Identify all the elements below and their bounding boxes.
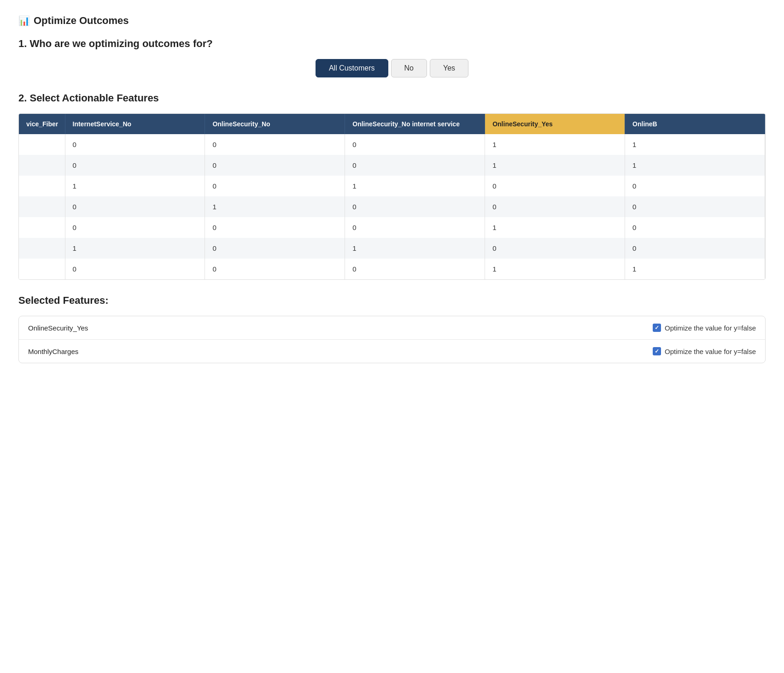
- feature-right-1: Optimize the value for y=false: [653, 347, 756, 355]
- selected-feature-row-1: MonthlyCharges Optimize the value for y=…: [19, 340, 765, 363]
- cell-1-3: 0: [345, 155, 485, 176]
- cell-0-0: [19, 134, 65, 155]
- feature-checkbox-0[interactable]: [653, 324, 661, 332]
- cell-2-5: 0: [625, 176, 765, 196]
- col-header-5[interactable]: OnlineB: [625, 114, 765, 134]
- question-2-section: 2. Select Actionable Features vice_Fiber…: [18, 92, 766, 280]
- cell-3-1: 0: [65, 196, 205, 217]
- cell-2-4: 0: [485, 176, 625, 196]
- cell-6-5: 1: [625, 259, 765, 279]
- cell-5-1: 1: [65, 238, 205, 259]
- table-header-row: vice_Fiber InternetService_No OnlineSecu…: [19, 114, 765, 134]
- cell-5-4: 0: [485, 238, 625, 259]
- cell-1-0: [19, 155, 65, 176]
- cell-4-1: 0: [65, 217, 205, 238]
- cell-4-4: 1: [485, 217, 625, 238]
- col-header-4[interactable]: OnlineSecurity_Yes: [485, 114, 625, 134]
- feature-checkbox-1[interactable]: [653, 347, 661, 355]
- col-header-1[interactable]: InternetService_No: [65, 114, 205, 134]
- cell-4-3: 0: [345, 217, 485, 238]
- cell-4-0: [19, 217, 65, 238]
- cell-3-3: 0: [345, 196, 485, 217]
- title-text: Optimize Outcomes: [34, 15, 129, 27]
- selected-features-box: OnlineSecurity_Yes Optimize the value fo…: [18, 316, 766, 363]
- table-row: 00011: [19, 134, 765, 155]
- cell-4-2: 0: [205, 217, 345, 238]
- cell-6-4: 1: [485, 259, 625, 279]
- cell-6-2: 0: [205, 259, 345, 279]
- cell-6-1: 0: [65, 259, 205, 279]
- cell-0-3: 0: [345, 134, 485, 155]
- table-row: 00010: [19, 217, 765, 238]
- all-customers-button[interactable]: All Customers: [316, 59, 388, 77]
- title-icon: 📊: [18, 15, 30, 26]
- cell-1-2: 0: [205, 155, 345, 176]
- cell-2-0: [19, 176, 65, 196]
- table-row: 00011: [19, 155, 765, 176]
- question-1-section: 1. Who are we optimizing outcomes for? A…: [18, 38, 766, 77]
- table-row: 00011: [19, 259, 765, 279]
- cell-0-2: 0: [205, 134, 345, 155]
- table-row: 10100: [19, 176, 765, 196]
- cell-5-5: 0: [625, 238, 765, 259]
- feature-checkbox-label-0: Optimize the value for y=false: [665, 324, 756, 332]
- cell-5-2: 0: [205, 238, 345, 259]
- cell-3-2: 1: [205, 196, 345, 217]
- data-table-wrapper: vice_Fiber InternetService_No OnlineSecu…: [18, 113, 766, 280]
- features-table: vice_Fiber InternetService_No OnlineSecu…: [19, 114, 765, 279]
- feature-name-1: MonthlyCharges: [28, 348, 78, 355]
- page-title: 📊 Optimize Outcomes: [18, 15, 766, 27]
- question-1-heading: 1. Who are we optimizing outcomes for?: [18, 38, 766, 50]
- no-button[interactable]: No: [391, 59, 427, 77]
- selected-feature-row-0: OnlineSecurity_Yes Optimize the value fo…: [19, 316, 765, 340]
- feature-checkbox-label-1: Optimize the value for y=false: [665, 348, 756, 355]
- cell-6-0: [19, 259, 65, 279]
- cell-1-1: 0: [65, 155, 205, 176]
- feature-right-0: Optimize the value for y=false: [653, 324, 756, 332]
- yes-button[interactable]: Yes: [430, 59, 468, 77]
- customer-filter-group: All Customers No Yes: [18, 59, 766, 77]
- selected-features-section: Selected Features: OnlineSecurity_Yes Op…: [18, 295, 766, 363]
- cell-5-3: 1: [345, 238, 485, 259]
- table-row: 10100: [19, 238, 765, 259]
- table-row: 01000: [19, 196, 765, 217]
- col-header-0[interactable]: vice_Fiber: [19, 114, 65, 134]
- feature-name-0: OnlineSecurity_Yes: [28, 324, 88, 332]
- question-2-heading: 2. Select Actionable Features: [18, 92, 766, 104]
- cell-0-1: 0: [65, 134, 205, 155]
- col-header-3[interactable]: OnlineSecurity_No internet service: [345, 114, 485, 134]
- cell-1-4: 1: [485, 155, 625, 176]
- cell-2-3: 1: [345, 176, 485, 196]
- cell-3-5: 0: [625, 196, 765, 217]
- cell-1-5: 1: [625, 155, 765, 176]
- cell-2-2: 0: [205, 176, 345, 196]
- cell-2-1: 1: [65, 176, 205, 196]
- cell-0-5: 1: [625, 134, 765, 155]
- cell-3-0: [19, 196, 65, 217]
- cell-4-5: 0: [625, 217, 765, 238]
- col-header-2[interactable]: OnlineSecurity_No: [205, 114, 345, 134]
- cell-0-4: 1: [485, 134, 625, 155]
- cell-5-0: [19, 238, 65, 259]
- cell-3-4: 0: [485, 196, 625, 217]
- selected-features-heading: Selected Features:: [18, 295, 766, 307]
- cell-6-3: 0: [345, 259, 485, 279]
